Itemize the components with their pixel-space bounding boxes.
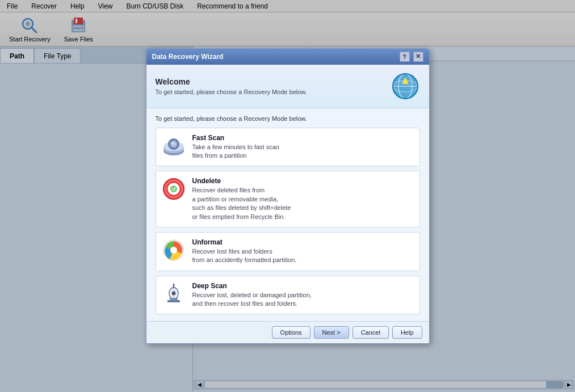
option-deep-scan[interactable]: Deep Scan Recover lost, deleted or damag… <box>156 276 420 315</box>
modal-header-text: Welcome To get started, please choose a … <box>156 77 307 95</box>
svg-point-36 <box>171 291 173 292</box>
modal-header: Welcome To get started, please choose a … <box>146 65 429 108</box>
cancel-button[interactable]: Cancel <box>352 326 389 339</box>
wizard-modal: Data Recovery Wizard ? ✕ Welcome To get … <box>146 48 430 344</box>
deep-scan-icon <box>162 282 186 306</box>
deep-scan-name: Deep Scan <box>192 282 312 290</box>
option-fast-scan[interactable]: Fast Scan Take a few minutes to fast sca… <box>156 128 420 167</box>
modal-help-button[interactable]: ? <box>400 52 410 62</box>
modal-subtitle: To get started, please choose a Recovery… <box>156 115 420 122</box>
svg-point-35 <box>172 292 175 295</box>
options-button[interactable]: Options <box>272 326 310 339</box>
deep-scan-desc: Recover lost, deleted or damaged partiti… <box>192 291 312 309</box>
modal-controls: ? ✕ <box>400 52 423 62</box>
modal-close-button[interactable]: ✕ <box>413 52 423 62</box>
svg-rect-31 <box>167 300 180 302</box>
modal-overlay: Data Recovery Wizard ? ✕ Welcome To get … <box>0 0 575 392</box>
undelete-icon: ↺ <box>162 177 186 201</box>
modal-footer: Options Next > Cancel Help <box>146 321 429 343</box>
fast-scan-name: Fast Scan <box>192 134 279 142</box>
unformat-icon <box>162 238 186 262</box>
svg-point-21 <box>171 142 173 144</box>
wizard-globe-icon <box>391 71 420 101</box>
undelete-text: Undelete Recover deleted files froma par… <box>192 177 291 221</box>
svg-point-29 <box>170 247 177 254</box>
undelete-name: Undelete <box>192 177 291 185</box>
unformat-name: Unformat <box>192 238 297 246</box>
option-undelete[interactable]: ↺ Undelete Recover deleted files froma p… <box>156 171 420 227</box>
deep-scan-text: Deep Scan Recover lost, deleted or damag… <box>192 282 312 309</box>
option-unformat[interactable]: Unformat Recover lost files and foldersf… <box>156 232 420 271</box>
modal-body: To get started, please choose a Recovery… <box>146 108 429 322</box>
next-button[interactable]: Next > <box>314 326 349 339</box>
modal-heading: Welcome <box>156 77 307 86</box>
unformat-text: Unformat Recover lost files and foldersf… <box>192 238 297 265</box>
modal-title: Data Recovery Wizard <box>152 53 224 61</box>
modal-header-subtext: To get started, please choose a Recovery… <box>156 88 307 95</box>
unformat-desc: Recover lost files and foldersfrom an ac… <box>192 247 297 265</box>
modal-titlebar: Data Recovery Wizard ? ✕ <box>146 49 429 65</box>
fast-scan-text: Fast Scan Take a few minutes to fast sca… <box>192 134 279 161</box>
svg-text:↺: ↺ <box>171 187 176 192</box>
undelete-desc: Recover deleted files froma partition or… <box>192 186 291 221</box>
fast-scan-desc: Take a few minutes to fast scanfiles fro… <box>192 143 279 161</box>
help-button[interactable]: Help <box>392 326 422 339</box>
fast-scan-icon <box>162 134 186 158</box>
